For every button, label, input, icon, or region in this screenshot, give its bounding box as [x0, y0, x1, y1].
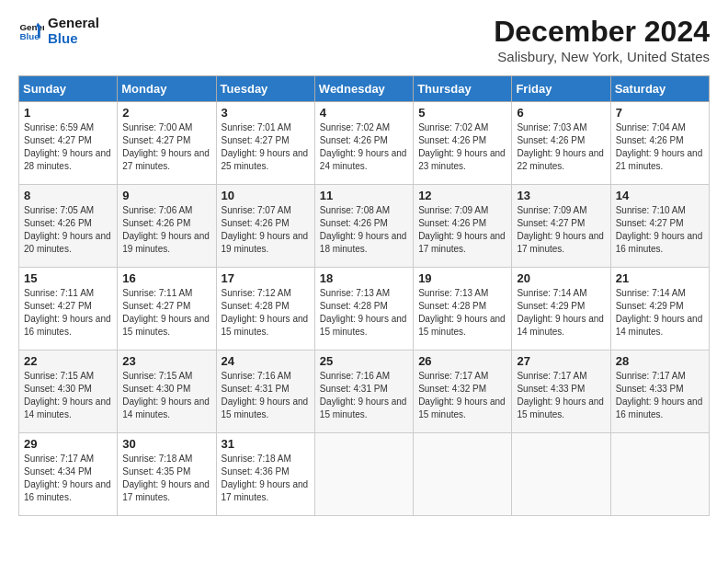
- calendar-cell: 12Sunrise: 7:09 AMSunset: 4:26 PMDayligh…: [414, 185, 512, 268]
- calendar-cell: 10Sunrise: 7:07 AMSunset: 4:26 PMDayligh…: [216, 185, 314, 268]
- calendar-cell: 22Sunrise: 7:15 AMSunset: 4:30 PMDayligh…: [19, 350, 118, 433]
- day-number: 18: [320, 271, 408, 285]
- month-title: December 2024: [494, 15, 710, 49]
- day-info: Sunrise: 7:16 AMSunset: 4:31 PMDaylight:…: [320, 370, 408, 421]
- day-number: 6: [517, 106, 605, 120]
- page-header: General Blue General Blue December 2024 …: [18, 15, 710, 64]
- svg-text:Blue: Blue: [19, 31, 40, 41]
- calendar-cell: 23Sunrise: 7:15 AMSunset: 4:30 PMDayligh…: [118, 350, 216, 433]
- calendar-cell: 29Sunrise: 7:17 AMSunset: 4:34 PMDayligh…: [19, 433, 118, 516]
- day-info: Sunrise: 7:17 AMSunset: 4:33 PMDaylight:…: [616, 370, 704, 421]
- day-number: 11: [320, 189, 408, 202]
- day-info: Sunrise: 7:09 AMSunset: 4:27 PMDaylight:…: [517, 204, 605, 256]
- day-info: Sunrise: 7:02 AMSunset: 4:26 PMDaylight:…: [418, 121, 506, 173]
- day-info: Sunrise: 7:08 AMSunset: 4:26 PMDaylight:…: [320, 204, 408, 256]
- day-number: 24: [222, 354, 310, 368]
- day-number: 16: [122, 271, 210, 285]
- day-number: 15: [24, 271, 112, 285]
- day-info: Sunrise: 7:10 AMSunset: 4:27 PMDaylight:…: [616, 204, 704, 256]
- calendar-header-row: Sunday Monday Tuesday Wednesday Thursday…: [19, 76, 710, 102]
- calendar-cell: 4Sunrise: 7:02 AMSunset: 4:26 PMDaylight…: [314, 102, 413, 185]
- title-block: December 2024 Salisbury, New York, Unite…: [494, 15, 710, 64]
- day-number: 7: [616, 106, 704, 120]
- day-number: 21: [616, 271, 704, 285]
- logo-general: General: [48, 15, 99, 30]
- day-number: 23: [122, 354, 210, 368]
- day-info: Sunrise: 7:05 AMSunset: 4:26 PMDaylight:…: [24, 204, 112, 256]
- day-info: Sunrise: 7:18 AMSunset: 4:36 PMDaylight:…: [222, 453, 310, 504]
- day-info: Sunrise: 7:01 AMSunset: 4:27 PMDaylight:…: [222, 121, 310, 173]
- day-info: Sunrise: 7:15 AMSunset: 4:30 PMDaylight:…: [122, 370, 210, 421]
- day-number: 25: [320, 354, 408, 368]
- col-sunday: Sunday: [19, 76, 118, 102]
- calendar-cell: 3Sunrise: 7:01 AMSunset: 4:27 PMDaylight…: [216, 102, 314, 185]
- col-monday: Monday: [118, 76, 216, 102]
- day-number: 17: [222, 271, 310, 285]
- day-number: 8: [24, 189, 112, 202]
- day-info: Sunrise: 6:59 AMSunset: 4:27 PMDaylight:…: [24, 121, 112, 173]
- calendar-cell: 21Sunrise: 7:14 AMSunset: 4:29 PMDayligh…: [610, 268, 709, 350]
- day-info: Sunrise: 7:02 AMSunset: 4:26 PMDaylight:…: [320, 121, 408, 173]
- calendar-cell: 1Sunrise: 6:59 AMSunset: 4:27 PMDaylight…: [19, 102, 118, 185]
- col-thursday: Thursday: [414, 76, 512, 102]
- day-number: 10: [222, 189, 310, 202]
- calendar-cell: 30Sunrise: 7:18 AMSunset: 4:35 PMDayligh…: [118, 433, 216, 516]
- day-number: 4: [320, 106, 408, 120]
- calendar-cell: 19Sunrise: 7:13 AMSunset: 4:28 PMDayligh…: [414, 268, 512, 350]
- calendar-cell: 24Sunrise: 7:16 AMSunset: 4:31 PMDayligh…: [216, 350, 314, 433]
- calendar-cell: 2Sunrise: 7:00 AMSunset: 4:27 PMDaylight…: [118, 102, 216, 185]
- day-number: 29: [24, 437, 112, 451]
- col-saturday: Saturday: [610, 76, 709, 102]
- calendar-cell: 26Sunrise: 7:17 AMSunset: 4:32 PMDayligh…: [414, 350, 512, 433]
- day-info: Sunrise: 7:12 AMSunset: 4:28 PMDaylight:…: [222, 287, 310, 339]
- day-info: Sunrise: 7:16 AMSunset: 4:31 PMDaylight:…: [222, 370, 310, 421]
- calendar-cell: 7Sunrise: 7:04 AMSunset: 4:26 PMDaylight…: [610, 102, 709, 185]
- calendar-cell: 18Sunrise: 7:13 AMSunset: 4:28 PMDayligh…: [314, 268, 413, 350]
- day-info: Sunrise: 7:07 AMSunset: 4:26 PMDaylight:…: [222, 204, 310, 256]
- calendar-cell: [610, 433, 709, 516]
- col-wednesday: Wednesday: [314, 76, 413, 102]
- calendar-cell: 8Sunrise: 7:05 AMSunset: 4:26 PMDaylight…: [19, 185, 118, 268]
- calendar-cell: 15Sunrise: 7:11 AMSunset: 4:27 PMDayligh…: [19, 268, 118, 350]
- day-number: 3: [222, 106, 310, 120]
- day-info: Sunrise: 7:09 AMSunset: 4:26 PMDaylight:…: [418, 204, 506, 256]
- location: Salisbury, New York, United States: [494, 49, 710, 64]
- day-info: Sunrise: 7:00 AMSunset: 4:27 PMDaylight:…: [122, 121, 210, 173]
- calendar-cell: 28Sunrise: 7:17 AMSunset: 4:33 PMDayligh…: [610, 350, 709, 433]
- calendar-cell: 9Sunrise: 7:06 AMSunset: 4:26 PMDaylight…: [118, 185, 216, 268]
- day-number: 31: [222, 437, 310, 451]
- col-tuesday: Tuesday: [216, 76, 314, 102]
- calendar-cell: 14Sunrise: 7:10 AMSunset: 4:27 PMDayligh…: [610, 185, 709, 268]
- day-info: Sunrise: 7:04 AMSunset: 4:26 PMDaylight:…: [616, 121, 704, 173]
- calendar-cell: 6Sunrise: 7:03 AMSunset: 4:26 PMDaylight…: [512, 102, 610, 185]
- calendar-cell: 31Sunrise: 7:18 AMSunset: 4:36 PMDayligh…: [216, 433, 314, 516]
- day-number: 27: [517, 354, 605, 368]
- calendar-cell: [314, 433, 413, 516]
- day-number: 19: [418, 271, 506, 285]
- calendar-cell: 17Sunrise: 7:12 AMSunset: 4:28 PMDayligh…: [216, 268, 314, 350]
- day-info: Sunrise: 7:13 AMSunset: 4:28 PMDaylight:…: [320, 287, 408, 339]
- logo-icon: General Blue: [18, 17, 44, 43]
- day-number: 14: [616, 189, 704, 202]
- day-number: 9: [122, 189, 210, 202]
- day-info: Sunrise: 7:15 AMSunset: 4:30 PMDaylight:…: [24, 370, 112, 421]
- day-info: Sunrise: 7:11 AMSunset: 4:27 PMDaylight:…: [122, 287, 210, 339]
- day-number: 13: [517, 189, 605, 202]
- calendar-cell: 20Sunrise: 7:14 AMSunset: 4:29 PMDayligh…: [512, 268, 610, 350]
- day-number: 20: [517, 271, 605, 285]
- day-info: Sunrise: 7:14 AMSunset: 4:29 PMDaylight:…: [616, 287, 704, 339]
- day-info: Sunrise: 7:11 AMSunset: 4:27 PMDaylight:…: [24, 287, 112, 339]
- day-info: Sunrise: 7:17 AMSunset: 4:32 PMDaylight:…: [418, 370, 506, 421]
- day-number: 1: [24, 106, 112, 120]
- day-info: Sunrise: 7:17 AMSunset: 4:33 PMDaylight:…: [517, 370, 605, 421]
- day-number: 30: [122, 437, 210, 451]
- day-info: Sunrise: 7:13 AMSunset: 4:28 PMDaylight:…: [418, 287, 506, 339]
- calendar-cell: [512, 433, 610, 516]
- calendar-cell: 5Sunrise: 7:02 AMSunset: 4:26 PMDaylight…: [414, 102, 512, 185]
- day-number: 12: [418, 189, 506, 202]
- day-number: 5: [418, 106, 506, 120]
- col-friday: Friday: [512, 76, 610, 102]
- calendar-cell: 27Sunrise: 7:17 AMSunset: 4:33 PMDayligh…: [512, 350, 610, 433]
- calendar-cell: 13Sunrise: 7:09 AMSunset: 4:27 PMDayligh…: [512, 185, 610, 268]
- day-info: Sunrise: 7:17 AMSunset: 4:34 PMDaylight:…: [24, 453, 112, 504]
